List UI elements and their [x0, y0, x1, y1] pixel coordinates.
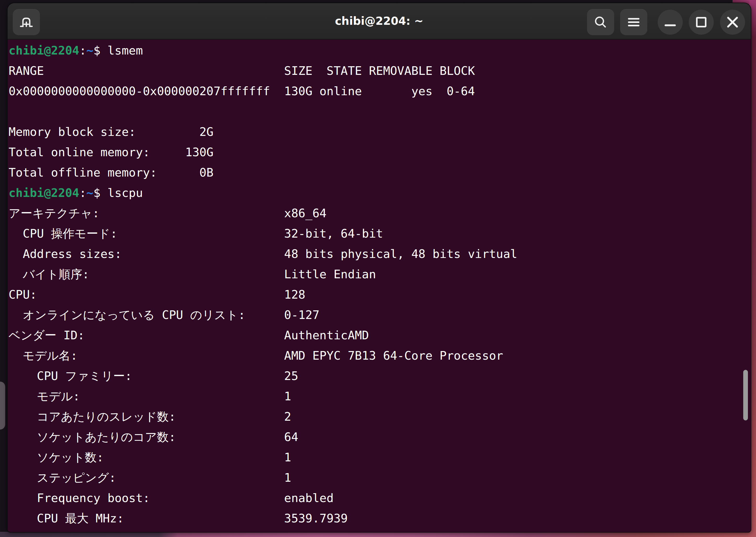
wallpaper-bottom-edge	[0, 532, 756, 537]
minimize-icon	[658, 10, 683, 35]
lscpu-label: Address sizes:	[9, 247, 122, 261]
lscpu-row-vendor-id: ベンダー ID:AuthenticAMD	[9, 325, 751, 346]
lsmem-table-row: 0x0000000000000000-0x000000207fffffff 13…	[9, 81, 751, 102]
lscpu-value: AMD EPYC 7B13 64-Core Processor	[284, 346, 503, 366]
lscpu-value: 32-bit, 64-bit	[284, 224, 383, 244]
lscpu-value: 25	[284, 366, 298, 386]
lscpu-label: アーキテクチャ:	[9, 206, 99, 220]
lscpu-value: 1	[284, 468, 291, 488]
lscpu-value: 128	[284, 285, 305, 305]
lsmem-summary-line: Total offline memory: 0B	[9, 162, 751, 183]
lscpu-row-sockets: ソケット数:1	[9, 447, 751, 468]
lscpu-label: CPU ファミリー:	[9, 369, 132, 383]
prompt-path: ~	[86, 44, 93, 58]
lscpu-value: 2	[284, 407, 291, 427]
lscpu-label: オンラインになっている CPU のリスト:	[9, 308, 245, 322]
blank-line	[9, 102, 751, 122]
lscpu-value: AuthenticAMD	[284, 325, 369, 346]
lscpu-row-cpu-family: CPU ファミリー:25	[9, 366, 751, 386]
scrollbar-thumb[interactable]	[743, 370, 748, 420]
lscpu-label: ステッピング:	[9, 471, 116, 484]
lscpu-row-cpu-count: CPU:128	[9, 285, 751, 305]
lscpu-row-architecture: アーキテクチャ:x86_64	[9, 203, 751, 224]
lscpu-label: CPU:	[9, 288, 37, 302]
lscpu-row-byte-order: バイト順序:Little Endian	[9, 264, 751, 285]
lscpu-value: 48 bits physical, 48 bits virtual	[284, 244, 517, 264]
lscpu-row-address-sizes: Address sizes:48 bits physical, 48 bits …	[9, 244, 751, 264]
lscpu-label: Frequency boost:	[9, 491, 150, 505]
maximize-icon	[689, 10, 714, 35]
lscpu-row-op-modes: CPU 操作モード:32-bit, 64-bit	[9, 224, 751, 244]
lscpu-value: Little Endian	[284, 264, 376, 285]
command-lscpu: lscpu	[107, 186, 143, 200]
lscpu-label: ソケット数:	[9, 450, 104, 464]
lscpu-value: 64	[284, 427, 298, 447]
prompt-line-lsmem: chibi@2204:~$ lsmem	[9, 40, 751, 61]
lscpu-value: enabled	[284, 488, 334, 508]
menu-icon	[626, 15, 641, 29]
command-lsmem: lsmem	[107, 44, 143, 58]
lscpu-value: x86_64	[284, 203, 327, 224]
new-tab-button[interactable]	[13, 9, 40, 35]
lscpu-row-cpu-max-mhz: CPU 最大 MHz:3539.7939	[9, 508, 751, 529]
lscpu-value: 1	[284, 386, 291, 407]
lscpu-row-threads-per-core: コアあたりのスレッド数:2	[9, 407, 751, 427]
new-tab-icon	[19, 15, 34, 30]
lscpu-label: モデル:	[9, 390, 80, 403]
lsmem-summary-line: Total online memory: 130G	[9, 142, 751, 162]
lscpu-value: 0-127	[284, 305, 319, 325]
titlebar[interactable]: chibi@2204: ~	[8, 3, 751, 40]
prompt-separator: :	[79, 186, 86, 200]
lscpu-value: 1	[284, 447, 291, 468]
prompt-line-lscpu: chibi@2204:~$ lscpu	[9, 183, 751, 203]
lscpu-row-stepping: ステッピング:1	[9, 468, 751, 488]
search-button[interactable]	[587, 9, 614, 35]
prompt-user-host: chibi@2204	[9, 44, 79, 58]
lsmem-table-header: RANGE SIZE STATE REMOVABLE BLOCK	[9, 61, 751, 81]
menu-button[interactable]	[620, 9, 647, 35]
lscpu-label: ベンダー ID:	[9, 328, 85, 342]
terminal-window: chibi@2204: ~	[7, 3, 751, 533]
lscpu-label: モデル名:	[9, 349, 77, 362]
prompt-path: ~	[86, 186, 93, 200]
prompt-suffix: $	[93, 186, 107, 200]
lscpu-row-model-name: モデル名:AMD EPYC 7B13 64-Core Processor	[9, 346, 751, 366]
lscpu-label: バイト順序:	[9, 267, 89, 281]
lscpu-label: CPU 操作モード:	[9, 227, 117, 240]
lscpu-row-frequency-boost: Frequency boost:enabled	[9, 488, 751, 508]
lscpu-row-online-list: オンラインになっている CPU のリスト:0-127	[9, 305, 751, 325]
prompt-separator: :	[79, 44, 86, 58]
close-icon	[720, 10, 745, 35]
terminal-content[interactable]: chibi@2204:~$ lsmem RANGE SIZE STATE REM…	[8, 40, 751, 529]
lscpu-row-cores-per-socket: ソケットあたりのコア数:64	[9, 427, 751, 447]
search-icon	[593, 15, 608, 29]
lscpu-value: 3539.7939	[284, 508, 348, 529]
close-button[interactable]	[720, 10, 745, 35]
lscpu-label: ソケットあたりのコア数:	[9, 430, 176, 444]
maximize-button[interactable]	[689, 10, 714, 35]
prompt-user-host: chibi@2204	[9, 186, 79, 200]
minimize-button[interactable]	[658, 10, 683, 35]
lscpu-label: コアあたりのスレッド数:	[9, 410, 176, 424]
left-overlay-scrollbar-thumb	[0, 382, 5, 430]
lsmem-summary-line: Memory block size: 2G	[9, 122, 751, 142]
prompt-suffix: $	[93, 44, 107, 58]
lscpu-label: CPU 最大 MHz:	[9, 512, 124, 525]
lscpu-row-model: モデル:1	[9, 386, 751, 407]
